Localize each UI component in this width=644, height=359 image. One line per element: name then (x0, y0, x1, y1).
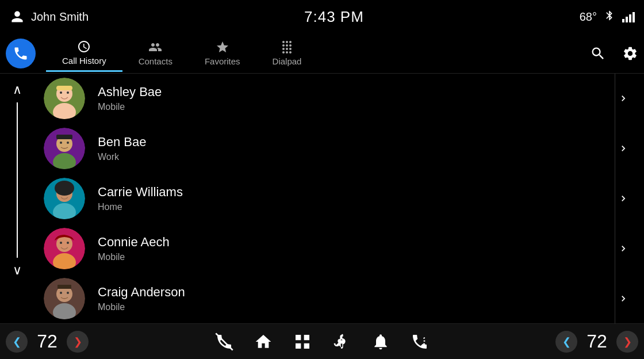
contact-chevron[interactable] (612, 93, 635, 104)
contact-list: Ashley Bae Mobile Ben Bae Work (34, 74, 644, 323)
right-temp-increase[interactable]: ❯ (616, 331, 638, 353)
clock: 7:43 PM (304, 8, 364, 26)
list-item[interactable]: Carrie Williams Home (34, 174, 644, 224)
temperature-status: 68° (580, 10, 597, 24)
contact-info: Craig Anderson Mobile (98, 285, 612, 312)
contact-type: Home (98, 202, 612, 212)
contact-name: Craig Anderson (98, 285, 612, 300)
tab-contacts[interactable]: Contacts (122, 35, 189, 72)
heat-icon[interactable] (408, 330, 431, 353)
list-item[interactable]: Connie Aech Mobile (34, 223, 644, 273)
svg-point-22 (67, 242, 69, 244)
grid-icon[interactable] (291, 330, 314, 353)
tab-contacts-label: Contacts (139, 56, 172, 66)
bluetooth-icon (604, 9, 615, 25)
svg-point-3 (60, 91, 62, 94)
contact-name: Ben Bae (98, 135, 612, 150)
nav-tabs: Call History Contacts Favorites Dialpad (46, 35, 590, 72)
list-item[interactable]: Ben Bae Work (34, 124, 644, 174)
svg-point-9 (60, 142, 62, 144)
svg-point-19 (56, 236, 72, 252)
tab-favorites-label: Favorites (205, 56, 240, 66)
contact-chevron[interactable] (612, 293, 635, 304)
bottom-icons (213, 330, 431, 353)
contact-divider (615, 223, 615, 273)
tab-call-history-label: Call History (62, 56, 106, 66)
left-temp-increase[interactable]: ❯ (67, 331, 89, 353)
svg-point-10 (67, 142, 69, 144)
contact-type: Mobile (98, 102, 612, 112)
svg-point-27 (67, 292, 69, 294)
svg-rect-5 (56, 86, 72, 90)
contact-avatar (44, 178, 85, 219)
bell-icon[interactable] (369, 330, 392, 353)
contact-info: Ashley Bae Mobile (98, 85, 612, 112)
scroll-down-button[interactable]: ∨ (7, 260, 28, 281)
right-temp-value: 72 (580, 331, 614, 352)
contact-type: Mobile (98, 252, 612, 262)
nav-bar: Call History Contacts Favorites Dialpad (0, 33, 644, 74)
contact-avatar (44, 278, 85, 319)
phone-mute-icon[interactable] (213, 330, 236, 353)
left-temp-control: ❮ 72 ❯ (6, 331, 89, 353)
svg-rect-11 (56, 135, 72, 139)
contact-divider (615, 273, 615, 323)
svg-line-29 (216, 333, 232, 350)
svg-point-4 (67, 91, 69, 94)
svg-point-26 (60, 292, 62, 294)
svg-point-17 (55, 181, 74, 196)
contact-avatar (44, 78, 85, 119)
contact-info: Carrie Williams Home (98, 185, 612, 212)
tab-dialpad-label: Dialpad (273, 56, 302, 66)
contact-info: Ben Bae Work (98, 135, 612, 162)
scroll-control: ∧ ∨ (0, 74, 34, 323)
contact-avatar (44, 228, 85, 269)
contact-chevron[interactable] (612, 243, 635, 254)
phone-button[interactable] (6, 39, 36, 68)
contact-divider (615, 174, 615, 224)
contact-chevron[interactable] (612, 143, 635, 154)
contact-name: Connie Aech (98, 235, 612, 250)
right-temp-decrease[interactable]: ❮ (555, 331, 577, 353)
signal-icon (622, 11, 635, 22)
status-right: 68° (580, 9, 635, 25)
tab-call-history[interactable]: Call History (46, 35, 122, 72)
scroll-track (17, 102, 18, 258)
user-icon (9, 9, 25, 25)
svg-rect-28 (57, 285, 71, 289)
user-name: John Smith (31, 10, 89, 24)
contact-chevron[interactable] (612, 193, 635, 204)
scroll-up-button[interactable]: ∧ (7, 79, 28, 100)
contact-divider (615, 124, 615, 174)
svg-point-21 (60, 242, 62, 244)
contact-type: Work (98, 152, 612, 162)
contact-avatar (44, 128, 85, 169)
contact-type: Mobile (98, 302, 612, 312)
bottom-bar: ❮ 72 ❯ (0, 323, 644, 359)
nav-actions (590, 45, 638, 62)
contact-name: Carrie Williams (98, 185, 612, 200)
left-temp-decrease[interactable]: ❮ (6, 331, 28, 353)
search-button[interactable] (590, 45, 606, 62)
contact-name: Ashley Bae (98, 85, 612, 100)
fan-icon[interactable] (330, 330, 353, 353)
home-icon[interactable] (252, 330, 275, 353)
settings-button[interactable] (622, 45, 638, 62)
status-left: John Smith (9, 9, 89, 25)
contact-divider (615, 74, 615, 124)
tab-dialpad[interactable]: Dialpad (256, 35, 318, 72)
tab-favorites[interactable]: Favorites (189, 35, 256, 72)
list-item[interactable]: Craig Anderson Mobile (34, 273, 644, 323)
right-temp-control: ❮ 72 ❯ (555, 331, 638, 353)
left-temp-value: 72 (30, 331, 64, 352)
list-item[interactable]: Ashley Bae Mobile (34, 74, 644, 124)
main-content: ∧ ∨ Ashley Bae Mobile (0, 74, 644, 323)
status-bar: John Smith 7:43 PM 68° (0, 0, 644, 33)
contact-info: Connie Aech Mobile (98, 235, 612, 262)
